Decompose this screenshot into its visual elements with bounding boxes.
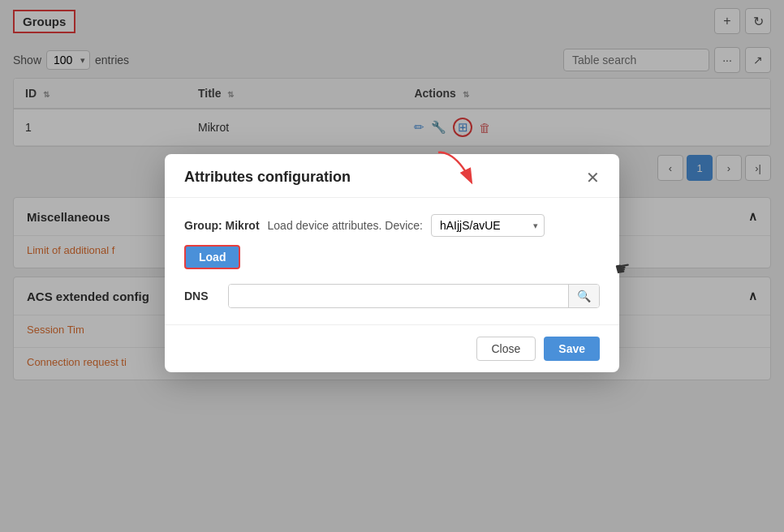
load-button[interactable]: Load bbox=[184, 245, 240, 269]
modal-footer: Close Save bbox=[165, 324, 619, 372]
load-text: Load device attributes. Device: bbox=[268, 219, 423, 232]
save-button[interactable]: Save bbox=[544, 337, 600, 361]
attributes-modal: Attributes configuration ✕ Group: Mikrot… bbox=[165, 154, 619, 372]
device-select-wrapper: hAIjjS/avUE bbox=[431, 214, 545, 237]
load-row: Group: Mikrot Load device attributes. De… bbox=[184, 214, 600, 269]
dns-search-button[interactable]: 🔍 bbox=[568, 285, 599, 307]
dns-input[interactable] bbox=[229, 285, 568, 307]
dns-row: DNS 🔍 bbox=[184, 284, 600, 308]
close-button[interactable]: Close bbox=[476, 337, 536, 361]
device-select[interactable]: hAIjjS/avUE bbox=[431, 214, 545, 237]
modal-header: Attributes configuration ✕ bbox=[165, 154, 619, 198]
page-container: Groups + ↻ Show 100 25 50 entries ··· ↗ bbox=[0, 0, 784, 532]
dns-input-wrapper: 🔍 bbox=[228, 284, 600, 308]
modal-title: Attributes configuration bbox=[184, 169, 351, 186]
modal-body: Group: Mikrot Load device attributes. De… bbox=[165, 198, 619, 324]
modal-close-button[interactable]: ✕ bbox=[586, 169, 600, 186]
group-label: Group: Mikrot bbox=[184, 219, 260, 232]
dns-label: DNS bbox=[184, 290, 217, 302]
modal-overlay: Attributes configuration ✕ Group: Mikrot… bbox=[0, 0, 784, 532]
